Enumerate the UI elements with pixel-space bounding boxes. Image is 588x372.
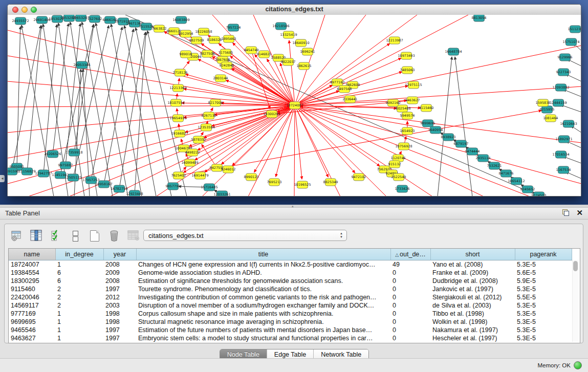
cell-out_degree[interactable]: 0 <box>390 301 430 310</box>
table-row[interactable]: 969969511998Structural magnetic resonanc… <box>9 318 572 326</box>
delete-rows-icon[interactable] <box>108 230 120 242</box>
graph-node[interactable]: 8825349 <box>323 179 338 186</box>
graph-node[interactable]: 9463627 <box>405 97 420 104</box>
cell-title[interactable]: Tourette syndrome. Phenomenology and cla… <box>136 285 390 293</box>
cell-pagerank[interactable]: 5.3E-5 <box>515 318 572 326</box>
graph-node[interactable]: 1595838 <box>536 99 551 106</box>
graph-node[interactable]: 1696241 <box>300 48 315 55</box>
cell-in_degree[interactable]: 1 <box>55 318 103 326</box>
graph-node[interactable]: 15751074 <box>562 38 579 46</box>
cell-pagerank[interactable]: 5.6E-5 <box>515 269 572 277</box>
graph-node[interactable]: 2803144 <box>213 75 228 82</box>
network-view-window[interactable]: citations_edges.txt 24935572206914061853… <box>7 4 581 196</box>
graph-node[interactable]: 12093882 <box>552 84 569 91</box>
graph-node[interactable]: 18226058 <box>195 28 212 35</box>
cell-short[interactable]: Jankovic et al. (1997) <box>430 285 515 293</box>
graph-node[interactable]: 9472102 <box>352 173 366 181</box>
table-row[interactable]: 946554611997Estimation of the future num… <box>9 326 572 334</box>
cell-in_degree[interactable]: 1 <box>55 334 103 342</box>
cell-pagerank[interactable]: 5.5E-5 <box>515 293 572 301</box>
scrollbar-thumb[interactable] <box>573 261 578 271</box>
cell-name[interactable]: 9115460 <box>9 285 55 293</box>
cell-out_degree[interactable]: 0 <box>390 326 430 334</box>
cell-year[interactable]: 1998 <box>103 318 136 326</box>
graph-node[interactable]: 18640910 <box>292 39 309 47</box>
graph-node[interactable]: 15716485 <box>201 184 217 191</box>
column-header-title[interactable]: title <box>136 249 390 260</box>
graph-node[interactable]: 9245652 <box>520 186 535 193</box>
cell-name[interactable]: 22420046 <box>9 293 55 301</box>
cell-name[interactable]: 9777169 <box>9 310 55 318</box>
graph-node[interactable]: 18107554 <box>167 99 184 106</box>
graph-node[interactable]: 915132 <box>388 161 401 168</box>
cell-year[interactable]: 1998 <box>103 310 136 318</box>
graph-node[interactable]: 8454749 <box>244 47 259 54</box>
network-window-titlebar[interactable]: citations_edges.txt <box>8 5 581 15</box>
cell-name[interactable]: 14569117 <box>9 301 55 310</box>
cell-out_degree[interactable]: 0 <box>390 310 430 318</box>
memory-status-icon[interactable] <box>574 361 582 369</box>
graph-node[interactable]: 20206526 <box>44 150 61 158</box>
graph-node[interactable]: 12444159 <box>550 99 567 106</box>
cell-pagerank[interactable]: 5.3E-5 <box>515 301 572 310</box>
graph-node[interactable]: 12942757 <box>35 170 52 177</box>
cell-title[interactable]: Genome-wide association studies in ADHD. <box>136 269 390 277</box>
graph-node[interactable]: 9129966 <box>558 54 573 61</box>
graph-node[interactable]: 1081464 <box>543 115 558 122</box>
graph-node[interactable]: 15892971 <box>555 136 572 143</box>
float-panel-icon[interactable] <box>562 209 569 216</box>
cell-year[interactable]: 2008 <box>103 260 136 269</box>
graph-node[interactable]: 12213987 <box>386 37 403 44</box>
graph-node[interactable]: 16648784 <box>445 48 462 55</box>
column-header-name[interactable]: name <box>9 249 55 260</box>
cell-short[interactable]: Nakamura et al. (1997) <box>430 326 515 334</box>
cell-out_degree[interactable]: 0 <box>390 269 430 277</box>
graph-node[interactable]: 12213369 <box>169 84 186 92</box>
graph-node[interactable]: 4498222 <box>185 149 200 156</box>
cell-title[interactable]: Investigating the contribution of common… <box>136 293 390 301</box>
graph-node[interactable]: 8186328 <box>207 36 222 43</box>
graph-node[interactable]: 6879197 <box>454 140 469 147</box>
column-header-in-degree[interactable]: in_degree <box>55 249 103 260</box>
cell-short[interactable]: de Silva et al. (2003) <box>430 301 515 310</box>
cell-out_degree[interactable]: 49 <box>390 260 430 269</box>
graph-node[interactable]: 1527602 <box>88 15 102 23</box>
cell-pagerank[interactable]: 5.3E-5 <box>515 334 572 342</box>
table-settings-icon[interactable] <box>11 230 23 242</box>
cell-out_degree[interactable]: 0 <box>390 293 430 301</box>
show-column-icon[interactable] <box>30 230 42 242</box>
table-selector-dropdown[interactable]: citations_edges.txt ▲▼ <box>143 230 347 241</box>
graph-node[interactable]: 2935114 <box>476 155 491 162</box>
cell-pagerank[interactable]: 5.9E-5 <box>515 277 572 285</box>
graph-node[interactable]: 9227343 <box>556 69 571 76</box>
graph-node[interactable]: 9474444 <box>465 148 480 155</box>
cell-in_degree[interactable]: 6 <box>55 269 103 277</box>
splitter-grip-icon[interactable]: ▴ <box>292 205 297 207</box>
sidebar-collapse-handle[interactable]: ◂ <box>0 175 5 182</box>
cell-short[interactable]: Yano et al. (2008) <box>430 260 515 269</box>
graph-node[interactable]: 5949574 <box>400 112 415 119</box>
graph-node[interactable]: 1895463 <box>222 35 236 42</box>
table-row[interactable]: 946362711997Embryonic stem cells: a mode… <box>9 334 572 342</box>
cell-in_degree[interactable]: 2 <box>55 293 103 301</box>
select-all-rows-icon[interactable] <box>50 230 62 242</box>
cell-out_degree[interactable]: 0 <box>390 334 430 342</box>
graph-node[interactable]: 9115460 <box>419 104 434 112</box>
graph-node[interactable]: 17016534 <box>552 151 569 158</box>
cell-in_degree[interactable]: 1 <box>55 326 103 334</box>
table-row[interactable]: 977716911998Corpus callosum shape and si… <box>9 310 572 318</box>
graph-node[interactable]: 9975887 <box>58 162 73 169</box>
cell-short[interactable]: Dudbridge et al. (2008) <box>430 277 515 285</box>
graph-node[interactable]: 7663822 <box>152 25 167 32</box>
graph-node[interactable]: 9977163 <box>330 79 345 86</box>
graph-node[interactable]: 8938923 <box>441 134 456 141</box>
graph-node[interactable]: 6497568 <box>337 85 352 93</box>
cell-out_degree[interactable]: 0 <box>390 318 430 326</box>
table-row[interactable]: 1456911722003Disruption of a novel membe… <box>9 301 572 310</box>
table-row[interactable]: 2242004622012Investigating the contribut… <box>9 293 572 301</box>
graph-node[interactable]: 7957224 <box>226 24 241 31</box>
graph-node[interactable]: 7485063 <box>400 67 415 74</box>
graph-node[interactable]: 9857791 <box>166 183 181 190</box>
graph-node[interactable]: 8215955 <box>540 106 555 113</box>
graph-node[interactable]: 1862615 <box>297 62 312 70</box>
